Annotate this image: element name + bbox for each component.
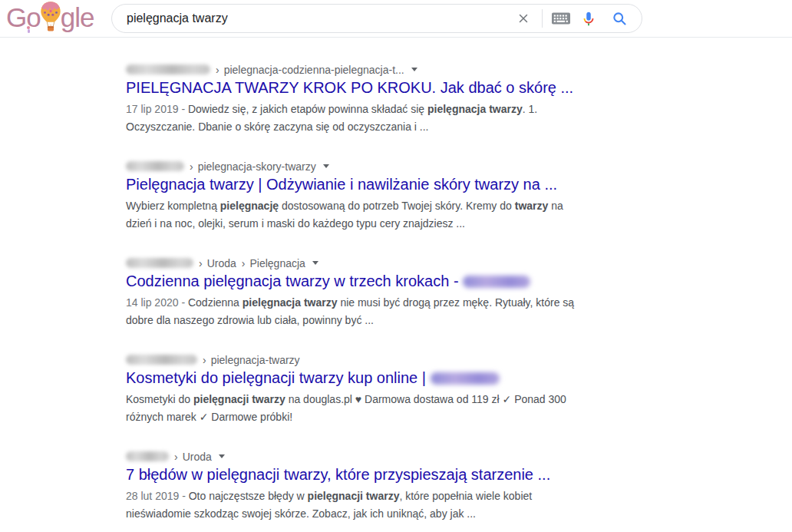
search-submit-button[interactable] bbox=[610, 8, 629, 29]
description-text: Oto najczęstsze błędy w bbox=[189, 490, 308, 502]
breadcrumb-separator: › bbox=[190, 160, 193, 173]
search-result: ›pielegnacja-codzienna-pielegnacja-t... … bbox=[126, 62, 792, 136]
voice-search-button[interactable] bbox=[579, 8, 598, 29]
result-description: Kosmetyki do pielęgnacji twarzy na dougl… bbox=[126, 391, 592, 426]
blurred-domain bbox=[126, 258, 193, 268]
description-text: dostosowaną do potrzeb Twojej skóry. Kre… bbox=[279, 200, 515, 212]
breadcrumb-path: ›pielegnacja-twarzy bbox=[197, 354, 300, 366]
description-text: Wybierz kompletną bbox=[126, 200, 220, 212]
breadcrumb-path: ›Uroda›Pielęgnacja bbox=[193, 257, 305, 269]
search-result: ›pielegnacja-skory-twarzy Pielęgnacja tw… bbox=[126, 159, 792, 233]
keyboard-button[interactable] bbox=[552, 8, 570, 29]
hot-air-balloon-doodle-icon bbox=[38, 1, 63, 35]
search-box bbox=[111, 4, 642, 33]
breadcrumb[interactable]: ›Uroda›Pielęgnacja bbox=[126, 256, 792, 270]
result-title-text: 7 błędów w pielęgnacji twarzy, które prz… bbox=[126, 466, 550, 483]
result-description: 28 lut 2019 - Oto najczęstsze błędy w pi… bbox=[126, 487, 592, 523]
result-date: 14 lip 2020 - bbox=[126, 296, 188, 309]
description-highlight: pielęgnację bbox=[220, 200, 279, 212]
result-title-text: Pielęgnacja twarzy | Odżywianie i nawilż… bbox=[126, 176, 557, 193]
description-text: Dowiedz się, z jakich etapów powinna skł… bbox=[188, 103, 427, 115]
clear-search-button[interactable] bbox=[514, 8, 533, 29]
search-result: ›pielegnacja-twarzy Kosmetyki do pielęgn… bbox=[126, 352, 792, 426]
logo-letters-pre: Go bbox=[6, 0, 41, 35]
keyboard-icon bbox=[552, 12, 570, 25]
result-date: 17 lip 2019 - bbox=[126, 103, 188, 115]
results-list: ›pielegnacja-codzienna-pielegnacja-t... … bbox=[126, 62, 792, 523]
result-date: 28 lut 2019 - bbox=[126, 490, 189, 502]
doodle-mini-figure bbox=[26, 26, 31, 34]
result-title-link[interactable]: Codzienna pielęgnacja twarzy w trzech kr… bbox=[126, 272, 792, 291]
breadcrumb-segment[interactable]: Pielęgnacja bbox=[249, 257, 305, 269]
description-text: Kosmetyki do bbox=[126, 393, 193, 405]
breadcrumb-path: ›pielegnacja-codzienna-pielegnacja-t... bbox=[210, 64, 404, 76]
breadcrumb-segment[interactable]: pielegnacja-twarzy bbox=[211, 354, 300, 366]
breadcrumb-separator: › bbox=[174, 451, 178, 463]
result-title-link[interactable]: PIELĘGNACJA TWARZY KROK PO KROKU. Jak db… bbox=[126, 78, 792, 97]
search-result: ›Uroda›Pielęgnacja Codzienna pielęgnacja… bbox=[126, 256, 792, 329]
blurred-domain bbox=[126, 355, 197, 365]
result-title-text: PIELĘGNACJA TWARZY KROK PO KROKU. Jak db… bbox=[126, 79, 573, 96]
breadcrumb-segment[interactable]: Uroda bbox=[207, 257, 236, 269]
clear-x-icon bbox=[516, 12, 530, 25]
microphone-icon bbox=[580, 10, 597, 27]
chevron-down-icon[interactable] bbox=[323, 164, 329, 168]
search-header: Go gle bbox=[0, 0, 792, 38]
blurred-domain bbox=[126, 451, 169, 461]
result-title-link[interactable]: 7 błędów w pielęgnacji twarzy, które prz… bbox=[126, 465, 792, 484]
breadcrumb[interactable]: ›pielegnacja-codzienna-pielegnacja-t... bbox=[126, 62, 792, 77]
blurred-title-text bbox=[431, 372, 500, 385]
blurred-title-text bbox=[463, 276, 530, 288]
chevron-down-icon[interactable] bbox=[312, 261, 318, 265]
breadcrumb[interactable]: ›pielegnacja-skory-twarzy bbox=[126, 159, 792, 173]
breadcrumb-segment[interactable]: pielegnacja-codzienna-pielegnacja-t... bbox=[224, 64, 404, 76]
search-results: ›pielegnacja-codzienna-pielegnacja-t... … bbox=[0, 38, 792, 523]
result-description: 17 lip 2019 - Dowiedz się, z jakich etap… bbox=[126, 101, 592, 136]
description-highlight: pielęgnacja twarzy bbox=[427, 103, 523, 115]
description-highlight: pielęgnacja twarzy bbox=[243, 296, 338, 309]
search-result: ›Uroda 7 błędów w pielęgnacji twarzy, kt… bbox=[126, 449, 792, 523]
result-description: Wybierz kompletną pielęgnację dostosowan… bbox=[126, 197, 592, 233]
breadcrumb-segment[interactable]: pielegnacja-skory-twarzy bbox=[198, 160, 316, 173]
breadcrumb[interactable]: ›pielegnacja-twarzy bbox=[126, 352, 792, 367]
breadcrumb-separator: › bbox=[199, 257, 203, 269]
result-description: 14 lip 2020 - Codzienna pielęgnacja twar… bbox=[126, 294, 592, 329]
breadcrumb-path: ›pielegnacja-skory-twarzy bbox=[184, 160, 316, 173]
chevron-down-icon[interactable] bbox=[411, 68, 417, 71]
breadcrumb-separator: › bbox=[216, 64, 219, 76]
result-title-link[interactable]: Pielęgnacja twarzy | Odżywianie i nawilż… bbox=[126, 175, 792, 194]
description-text: Codzienna bbox=[188, 296, 243, 309]
description-highlight: pielęgnacji twarzy bbox=[193, 393, 285, 405]
description-highlight: twarzy bbox=[515, 200, 549, 212]
breadcrumb-separator: › bbox=[203, 354, 206, 366]
result-title-text: Kosmetyki do pielęgnacji twarzy kup onli… bbox=[126, 369, 431, 386]
blurred-domain bbox=[126, 64, 210, 74]
logo-letters-post: gle bbox=[61, 0, 94, 35]
chevron-down-icon[interactable] bbox=[219, 454, 225, 458]
result-title-text: Codzienna pielęgnacja twarzy w trzech kr… bbox=[126, 273, 463, 289]
search-icon bbox=[612, 11, 628, 27]
search-input[interactable] bbox=[112, 12, 514, 25]
breadcrumb-segment[interactable]: Uroda bbox=[183, 451, 212, 463]
result-title-link[interactable]: Kosmetyki do pielęgnacji twarzy kup onli… bbox=[126, 368, 792, 388]
blurred-domain bbox=[126, 161, 184, 171]
breadcrumb[interactable]: ›Uroda bbox=[126, 449, 792, 464]
search-divider bbox=[542, 9, 543, 28]
breadcrumb-path: ›Uroda bbox=[169, 451, 212, 463]
google-logo[interactable]: Go gle bbox=[6, 0, 94, 37]
description-highlight: pielęgnacji twarzy bbox=[308, 490, 400, 502]
breadcrumb-separator: › bbox=[242, 257, 246, 269]
